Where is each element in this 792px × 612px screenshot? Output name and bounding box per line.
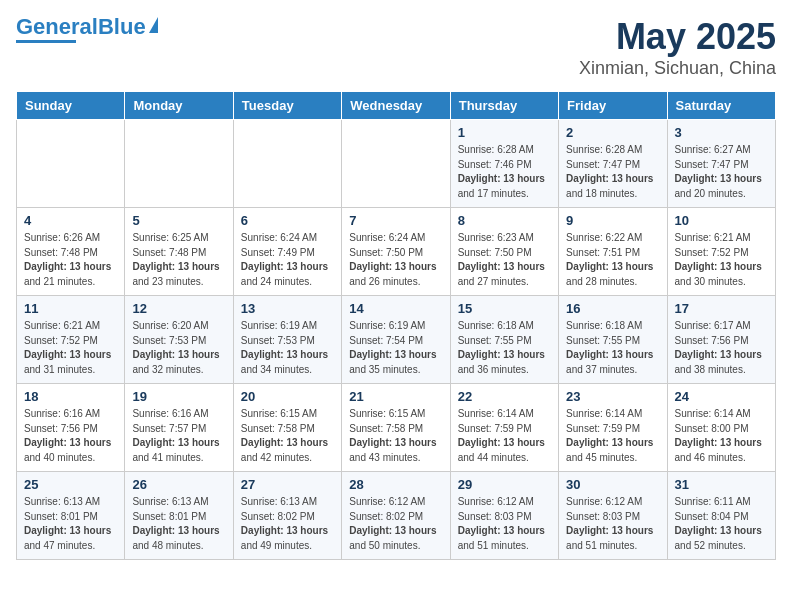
table-row: 5Sunrise: 6:25 AMSunset: 7:48 PMDaylight… — [125, 208, 233, 296]
table-row: 6Sunrise: 6:24 AMSunset: 7:49 PMDaylight… — [233, 208, 341, 296]
table-row: 13Sunrise: 6:19 AMSunset: 7:53 PMDayligh… — [233, 296, 341, 384]
calendar-title-block: May 2025 Xinmian, Sichuan, China — [579, 16, 776, 79]
day-number: 5 — [132, 213, 225, 228]
col-sunday: Sunday — [17, 92, 125, 120]
day-info: Sunrise: 6:25 AMSunset: 7:48 PMDaylight:… — [132, 231, 225, 289]
col-friday: Friday — [559, 92, 667, 120]
page-header: GeneralBlue May 2025 Xinmian, Sichuan, C… — [16, 16, 776, 79]
table-row: 3Sunrise: 6:27 AMSunset: 7:47 PMDaylight… — [667, 120, 775, 208]
day-number: 27 — [241, 477, 334, 492]
day-number: 1 — [458, 125, 551, 140]
day-number: 21 — [349, 389, 442, 404]
day-number: 24 — [675, 389, 768, 404]
day-number: 25 — [24, 477, 117, 492]
day-info: Sunrise: 6:28 AMSunset: 7:46 PMDaylight:… — [458, 143, 551, 201]
day-number: 17 — [675, 301, 768, 316]
table-row: 29Sunrise: 6:12 AMSunset: 8:03 PMDayligh… — [450, 472, 558, 560]
day-number: 13 — [241, 301, 334, 316]
day-info: Sunrise: 6:14 AMSunset: 7:59 PMDaylight:… — [458, 407, 551, 465]
table-row: 31Sunrise: 6:11 AMSunset: 8:04 PMDayligh… — [667, 472, 775, 560]
day-number: 15 — [458, 301, 551, 316]
table-row: 2Sunrise: 6:28 AMSunset: 7:47 PMDaylight… — [559, 120, 667, 208]
table-row: 23Sunrise: 6:14 AMSunset: 7:59 PMDayligh… — [559, 384, 667, 472]
col-wednesday: Wednesday — [342, 92, 450, 120]
table-row: 12Sunrise: 6:20 AMSunset: 7:53 PMDayligh… — [125, 296, 233, 384]
day-info: Sunrise: 6:13 AMSunset: 8:01 PMDaylight:… — [24, 495, 117, 553]
table-row — [342, 120, 450, 208]
table-row: 14Sunrise: 6:19 AMSunset: 7:54 PMDayligh… — [342, 296, 450, 384]
day-info: Sunrise: 6:16 AMSunset: 7:57 PMDaylight:… — [132, 407, 225, 465]
day-info: Sunrise: 6:23 AMSunset: 7:50 PMDaylight:… — [458, 231, 551, 289]
table-row — [125, 120, 233, 208]
table-row: 11Sunrise: 6:21 AMSunset: 7:52 PMDayligh… — [17, 296, 125, 384]
table-row: 15Sunrise: 6:18 AMSunset: 7:55 PMDayligh… — [450, 296, 558, 384]
day-info: Sunrise: 6:19 AMSunset: 7:54 PMDaylight:… — [349, 319, 442, 377]
day-info: Sunrise: 6:15 AMSunset: 7:58 PMDaylight:… — [241, 407, 334, 465]
day-number: 12 — [132, 301, 225, 316]
day-info: Sunrise: 6:11 AMSunset: 8:04 PMDaylight:… — [675, 495, 768, 553]
table-row: 22Sunrise: 6:14 AMSunset: 7:59 PMDayligh… — [450, 384, 558, 472]
day-info: Sunrise: 6:28 AMSunset: 7:47 PMDaylight:… — [566, 143, 659, 201]
table-row: 8Sunrise: 6:23 AMSunset: 7:50 PMDaylight… — [450, 208, 558, 296]
day-info: Sunrise: 6:12 AMSunset: 8:03 PMDaylight:… — [566, 495, 659, 553]
day-info: Sunrise: 6:20 AMSunset: 7:53 PMDaylight:… — [132, 319, 225, 377]
table-row: 21Sunrise: 6:15 AMSunset: 7:58 PMDayligh… — [342, 384, 450, 472]
table-row — [233, 120, 341, 208]
day-number: 3 — [675, 125, 768, 140]
table-row: 16Sunrise: 6:18 AMSunset: 7:55 PMDayligh… — [559, 296, 667, 384]
day-info: Sunrise: 6:14 AMSunset: 7:59 PMDaylight:… — [566, 407, 659, 465]
day-number: 28 — [349, 477, 442, 492]
table-row: 7Sunrise: 6:24 AMSunset: 7:50 PMDaylight… — [342, 208, 450, 296]
day-number: 18 — [24, 389, 117, 404]
col-saturday: Saturday — [667, 92, 775, 120]
day-number: 19 — [132, 389, 225, 404]
table-row: 9Sunrise: 6:22 AMSunset: 7:51 PMDaylight… — [559, 208, 667, 296]
day-info: Sunrise: 6:15 AMSunset: 7:58 PMDaylight:… — [349, 407, 442, 465]
day-number: 11 — [24, 301, 117, 316]
table-row: 24Sunrise: 6:14 AMSunset: 8:00 PMDayligh… — [667, 384, 775, 472]
day-info: Sunrise: 6:21 AMSunset: 7:52 PMDaylight:… — [24, 319, 117, 377]
table-row: 1Sunrise: 6:28 AMSunset: 7:46 PMDaylight… — [450, 120, 558, 208]
table-row: 28Sunrise: 6:12 AMSunset: 8:02 PMDayligh… — [342, 472, 450, 560]
day-info: Sunrise: 6:12 AMSunset: 8:03 PMDaylight:… — [458, 495, 551, 553]
table-row: 20Sunrise: 6:15 AMSunset: 7:58 PMDayligh… — [233, 384, 341, 472]
day-number: 7 — [349, 213, 442, 228]
day-info: Sunrise: 6:22 AMSunset: 7:51 PMDaylight:… — [566, 231, 659, 289]
day-info: Sunrise: 6:13 AMSunset: 8:02 PMDaylight:… — [241, 495, 334, 553]
table-row: 25Sunrise: 6:13 AMSunset: 8:01 PMDayligh… — [17, 472, 125, 560]
day-info: Sunrise: 6:14 AMSunset: 8:00 PMDaylight:… — [675, 407, 768, 465]
logo: GeneralBlue — [16, 16, 158, 43]
logo-triangle-icon — [149, 17, 158, 33]
day-number: 30 — [566, 477, 659, 492]
table-row: 4Sunrise: 6:26 AMSunset: 7:48 PMDaylight… — [17, 208, 125, 296]
day-info: Sunrise: 6:13 AMSunset: 8:01 PMDaylight:… — [132, 495, 225, 553]
day-number: 22 — [458, 389, 551, 404]
day-info: Sunrise: 6:18 AMSunset: 7:55 PMDaylight:… — [458, 319, 551, 377]
day-info: Sunrise: 6:16 AMSunset: 7:56 PMDaylight:… — [24, 407, 117, 465]
day-number: 9 — [566, 213, 659, 228]
table-row: 30Sunrise: 6:12 AMSunset: 8:03 PMDayligh… — [559, 472, 667, 560]
day-info: Sunrise: 6:24 AMSunset: 7:50 PMDaylight:… — [349, 231, 442, 289]
day-info: Sunrise: 6:27 AMSunset: 7:47 PMDaylight:… — [675, 143, 768, 201]
day-number: 31 — [675, 477, 768, 492]
day-number: 29 — [458, 477, 551, 492]
day-number: 8 — [458, 213, 551, 228]
day-info: Sunrise: 6:17 AMSunset: 7:56 PMDaylight:… — [675, 319, 768, 377]
day-info: Sunrise: 6:21 AMSunset: 7:52 PMDaylight:… — [675, 231, 768, 289]
table-row: 26Sunrise: 6:13 AMSunset: 8:01 PMDayligh… — [125, 472, 233, 560]
day-info: Sunrise: 6:18 AMSunset: 7:55 PMDaylight:… — [566, 319, 659, 377]
day-info: Sunrise: 6:24 AMSunset: 7:49 PMDaylight:… — [241, 231, 334, 289]
calendar-location: Xinmian, Sichuan, China — [579, 58, 776, 79]
table-row: 27Sunrise: 6:13 AMSunset: 8:02 PMDayligh… — [233, 472, 341, 560]
day-info: Sunrise: 6:26 AMSunset: 7:48 PMDaylight:… — [24, 231, 117, 289]
table-row: 18Sunrise: 6:16 AMSunset: 7:56 PMDayligh… — [17, 384, 125, 472]
table-row: 19Sunrise: 6:16 AMSunset: 7:57 PMDayligh… — [125, 384, 233, 472]
day-number: 14 — [349, 301, 442, 316]
col-thursday: Thursday — [450, 92, 558, 120]
col-monday: Monday — [125, 92, 233, 120]
table-row: 17Sunrise: 6:17 AMSunset: 7:56 PMDayligh… — [667, 296, 775, 384]
day-number: 4 — [24, 213, 117, 228]
calendar-month-year: May 2025 — [579, 16, 776, 58]
day-info: Sunrise: 6:19 AMSunset: 7:53 PMDaylight:… — [241, 319, 334, 377]
logo-underline — [16, 40, 76, 43]
